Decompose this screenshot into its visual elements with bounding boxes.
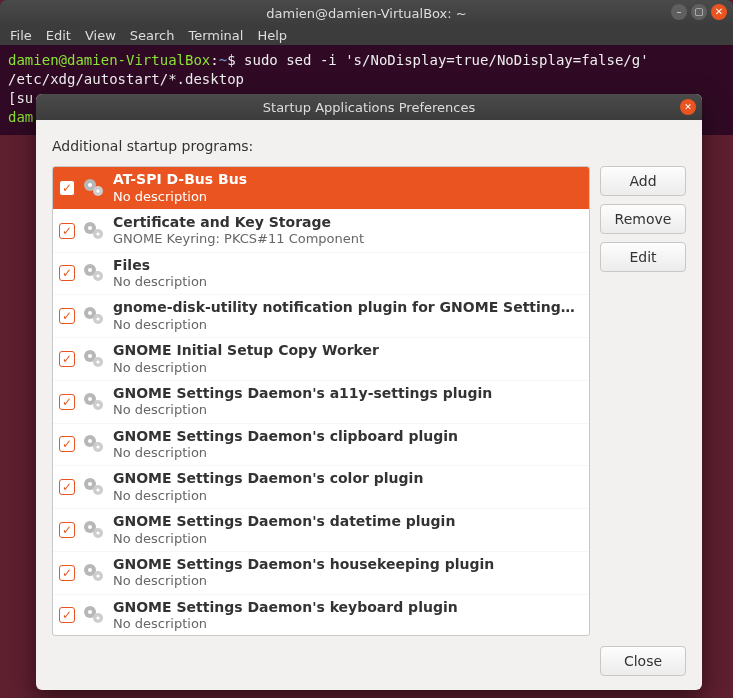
checkbox-icon[interactable]	[59, 180, 75, 196]
list-item-text: AT-SPI D-Bus BusNo description	[113, 171, 247, 205]
list-item-desc: No description	[113, 531, 455, 547]
list-item-name: GNOME Settings Daemon's housekeeping plu…	[113, 556, 494, 574]
list-item-desc: No description	[113, 445, 458, 461]
menu-view[interactable]: View	[85, 28, 116, 43]
list-item[interactable]: FilesNo description	[53, 253, 589, 296]
remove-button[interactable]: Remove	[600, 204, 686, 234]
svg-point-22	[88, 397, 92, 401]
gear-icon	[81, 432, 107, 456]
svg-point-30	[88, 482, 92, 486]
maximize-icon[interactable]: ▢	[691, 4, 707, 20]
svg-point-7	[96, 232, 99, 235]
svg-point-34	[88, 525, 92, 529]
list-item-text: GNOME Settings Daemon's keyboard pluginN…	[113, 599, 458, 633]
gear-icon	[81, 561, 107, 585]
prompt-sep: :	[210, 52, 218, 68]
svg-point-31	[96, 489, 99, 492]
list-item[interactable]: Certificate and Key StorageGNOME Keyring…	[53, 210, 589, 253]
terminal-title: damien@damien-VirtualBox: ~	[266, 6, 466, 21]
svg-point-10	[88, 268, 92, 272]
list-item-name: Files	[113, 257, 207, 275]
list-item-name: GNOME Settings Daemon's color plugin	[113, 470, 423, 488]
dialog-body: Additional startup programs: AT-SPI D-Bu…	[36, 120, 702, 636]
list-item-desc: No description	[113, 274, 207, 290]
checkbox-icon[interactable]	[59, 351, 75, 367]
terminal-titlebar: damien@damien-VirtualBox: ~ – ▢ ✕	[0, 0, 733, 26]
list-item-text: GNOME Settings Daemon's a11y-settings pl…	[113, 385, 492, 419]
list-item-name: GNOME Initial Setup Copy Worker	[113, 342, 379, 360]
startup-list[interactable]: AT-SPI D-Bus BusNo descriptionCertificat…	[52, 166, 590, 636]
dialog-heading: Additional startup programs:	[52, 138, 686, 154]
dialog-titlebar: Startup Applications Preferences	[36, 94, 702, 120]
list-item[interactable]: GNOME Settings Daemon's keyboard pluginN…	[53, 595, 589, 637]
menu-file[interactable]: File	[10, 28, 32, 43]
side-buttons: Add Remove Edit	[600, 166, 686, 636]
close-button[interactable]: Close	[600, 646, 686, 676]
checkbox-icon[interactable]	[59, 394, 75, 410]
minimize-icon[interactable]: –	[671, 4, 687, 20]
svg-point-11	[96, 275, 99, 278]
checkbox-icon[interactable]	[59, 607, 75, 623]
gear-icon	[81, 347, 107, 371]
list-item-name: GNOME Settings Daemon's keyboard plugin	[113, 599, 458, 617]
checkbox-icon[interactable]	[59, 479, 75, 495]
list-item-name: AT-SPI D-Bus Bus	[113, 171, 247, 189]
list-item-text: Certificate and Key StorageGNOME Keyring…	[113, 214, 364, 248]
checkbox-icon[interactable]	[59, 436, 75, 452]
list-item[interactable]: GNOME Settings Daemon's housekeeping plu…	[53, 552, 589, 595]
list-item-text: GNOME Initial Setup Copy WorkerNo descri…	[113, 342, 379, 376]
list-item[interactable]: GNOME Settings Daemon's color pluginNo d…	[53, 466, 589, 509]
list-item-name: gnome-disk-utility notification plugin f…	[113, 299, 583, 317]
menu-search[interactable]: Search	[130, 28, 175, 43]
list-item[interactable]: AT-SPI D-Bus BusNo description	[53, 167, 589, 210]
checkbox-icon[interactable]	[59, 565, 75, 581]
list-item[interactable]: GNOME Initial Setup Copy WorkerNo descri…	[53, 338, 589, 381]
list-item-name: Certificate and Key Storage	[113, 214, 364, 232]
list-item-text: GNOME Settings Daemon's housekeeping plu…	[113, 556, 494, 590]
svg-point-39	[96, 574, 99, 577]
svg-point-35	[96, 531, 99, 534]
gear-icon	[81, 603, 107, 627]
list-item[interactable]: gnome-disk-utility notification plugin f…	[53, 295, 589, 338]
menu-edit[interactable]: Edit	[46, 28, 71, 43]
gear-icon	[81, 219, 107, 243]
list-item-desc: No description	[113, 317, 583, 333]
list-item-desc: No description	[113, 360, 379, 376]
svg-point-19	[96, 360, 99, 363]
svg-point-27	[96, 446, 99, 449]
terminal-menubar: File Edit View Search Terminal Help	[0, 26, 733, 45]
list-item-name: GNOME Settings Daemon's datetime plugin	[113, 513, 455, 531]
list-item-text: FilesNo description	[113, 257, 207, 291]
menu-terminal[interactable]: Terminal	[188, 28, 243, 43]
list-item-desc: No description	[113, 189, 247, 205]
close-icon[interactable]	[680, 99, 696, 115]
checkbox-icon[interactable]	[59, 265, 75, 281]
gear-icon	[81, 304, 107, 328]
edit-button[interactable]: Edit	[600, 242, 686, 272]
checkbox-icon[interactable]	[59, 522, 75, 538]
gear-icon	[81, 390, 107, 414]
svg-point-26	[88, 439, 92, 443]
list-item-name: GNOME Settings Daemon's a11y-settings pl…	[113, 385, 492, 403]
menu-help[interactable]: Help	[257, 28, 287, 43]
terminal-line3: dam	[8, 109, 33, 125]
checkbox-icon[interactable]	[59, 308, 75, 324]
checkbox-icon[interactable]	[59, 223, 75, 239]
svg-point-3	[96, 189, 99, 192]
svg-point-43	[96, 617, 99, 620]
add-button[interactable]: Add	[600, 166, 686, 196]
list-item[interactable]: GNOME Settings Daemon's clipboard plugin…	[53, 424, 589, 467]
list-item[interactable]: GNOME Settings Daemon's datetime pluginN…	[53, 509, 589, 552]
gear-icon	[81, 518, 107, 542]
list-item-name: GNOME Settings Daemon's clipboard plugin	[113, 428, 458, 446]
list-item-desc: No description	[113, 488, 423, 504]
list-item[interactable]: GNOME Settings Daemon's a11y-settings pl…	[53, 381, 589, 424]
window-controls: – ▢ ✕	[671, 4, 727, 20]
list-item-desc: No description	[113, 616, 458, 632]
close-icon[interactable]: ✕	[711, 4, 727, 20]
list-item-text: GNOME Settings Daemon's datetime pluginN…	[113, 513, 455, 547]
list-item-text: GNOME Settings Daemon's clipboard plugin…	[113, 428, 458, 462]
gear-icon	[81, 176, 107, 200]
list-item-desc: No description	[113, 402, 492, 418]
svg-point-42	[88, 610, 92, 614]
